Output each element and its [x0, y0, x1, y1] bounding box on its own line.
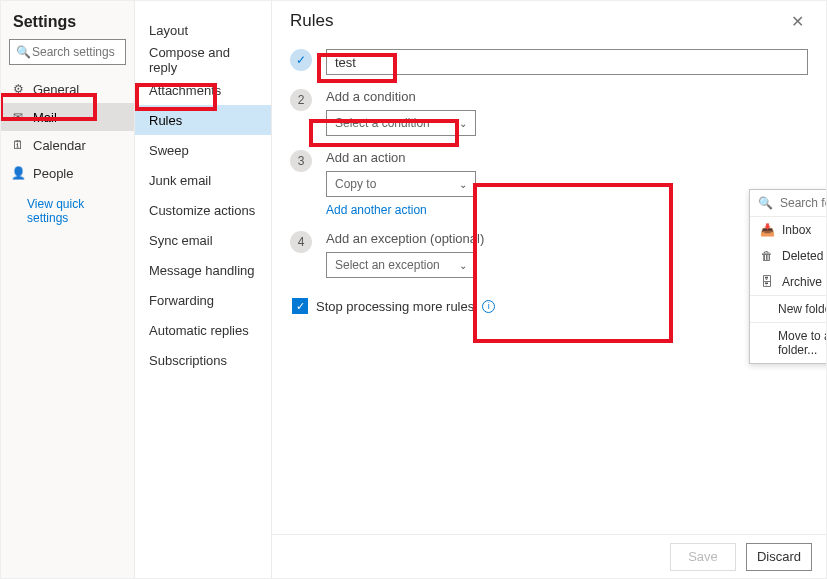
rule-name-input[interactable] [326, 49, 808, 75]
chevron-down-icon: ⌄ [459, 118, 467, 129]
dialog-footer: Save Discard [272, 534, 826, 578]
step-3-label: Add an action [326, 150, 808, 165]
check-icon: ✓ [296, 53, 306, 67]
add-another-action-link[interactable]: Add another action [326, 203, 427, 217]
trash-icon: 🗑 [760, 249, 774, 263]
folder-label: Inbox [782, 223, 811, 237]
info-icon[interactable]: i [482, 300, 495, 313]
folder-item-archive[interactable]: 🗄 Archive [750, 269, 827, 295]
sub-item-sync[interactable]: Sync email [135, 225, 271, 255]
folder-label: New folder [778, 302, 827, 316]
action-select[interactable]: Copy to ⌄ [326, 171, 476, 197]
chevron-down-icon: ⌄ [459, 179, 467, 190]
sub-item-subscriptions[interactable]: Subscriptions [135, 345, 271, 375]
save-button[interactable]: Save [670, 543, 736, 571]
view-quick-settings-link[interactable]: View quick settings [1, 187, 134, 225]
sub-item-rules[interactable]: Rules [135, 105, 271, 135]
archive-icon: 🗄 [760, 275, 774, 289]
nav-label: People [33, 166, 73, 181]
rules-editor: Rules ✕ ✓ 2 Add a condition Select a con… [272, 1, 826, 578]
discard-button[interactable]: Discard [746, 543, 812, 571]
rules-title: Rules [290, 11, 333, 31]
folder-item-new-folder[interactable]: New folder [750, 296, 827, 322]
mail-settings-list: Layout Compose and reply Attachments Rul… [135, 1, 272, 578]
calendar-icon: 🗓 [11, 138, 25, 152]
settings-title: Settings [1, 7, 134, 39]
action-select-value: Copy to [335, 177, 376, 191]
step-2-label: Add a condition [326, 89, 808, 104]
settings-search-input[interactable] [30, 44, 119, 60]
sub-item-layout[interactable]: Layout [135, 15, 271, 45]
nav-item-people[interactable]: 👤 People [1, 159, 134, 187]
folder-label: Archive [782, 275, 822, 289]
folder-item-inbox[interactable]: 📥 Inbox [750, 217, 827, 243]
exception-select-value: Select an exception [335, 258, 440, 272]
nav-label: Mail [33, 110, 57, 125]
inbox-icon: 📥 [760, 223, 774, 237]
nav-item-general[interactable]: ⚙ General [1, 75, 134, 103]
condition-select[interactable]: Select a condition ⌄ [326, 110, 476, 136]
mail-icon: ✉ [11, 110, 25, 124]
stop-processing-label: Stop processing more rules [316, 299, 474, 314]
sub-item-sweep[interactable]: Sweep [135, 135, 271, 165]
step-4-label: Add an exception (optional) [326, 231, 808, 246]
search-icon: 🔍 [16, 45, 30, 59]
step-1-indicator: ✓ [290, 49, 312, 71]
nav-label: General [33, 82, 79, 97]
folder-item-deleted[interactable]: 🗑 Deleted Items [750, 243, 827, 269]
settings-search[interactable]: 🔍 [9, 39, 126, 65]
condition-select-value: Select a condition [335, 116, 430, 130]
folder-label: Deleted Items [782, 249, 827, 263]
folder-item-move-other[interactable]: Move to a different folder... [750, 323, 827, 363]
settings-sidebar: Settings 🔍 ⚙ General ✉ Mail 🗓 Calendar 👤… [1, 1, 135, 578]
sub-item-attachments[interactable]: Attachments [135, 75, 271, 105]
chevron-down-icon: ⌄ [459, 260, 467, 271]
sub-item-message-handling[interactable]: Message handling [135, 255, 271, 285]
step-4-indicator: 4 [290, 231, 312, 253]
close-button[interactable]: ✕ [791, 12, 804, 31]
folder-label: Move to a different folder... [778, 329, 827, 357]
sub-item-junk[interactable]: Junk email [135, 165, 271, 195]
step-3-indicator: 3 [290, 150, 312, 172]
sub-item-forwarding[interactable]: Forwarding [135, 285, 271, 315]
folder-search-input[interactable] [778, 195, 827, 211]
gear-icon: ⚙ [11, 82, 25, 96]
nav-label: Calendar [33, 138, 86, 153]
stop-processing-checkbox[interactable]: ✓ [292, 298, 308, 314]
step-2-indicator: 2 [290, 89, 312, 111]
exception-select[interactable]: Select an exception ⌄ [326, 252, 476, 278]
sub-item-autoreplies[interactable]: Automatic replies [135, 315, 271, 345]
nav-item-mail[interactable]: ✉ Mail [1, 103, 134, 131]
search-icon: 🔍 [758, 196, 772, 210]
folder-search[interactable]: 🔍 [750, 190, 827, 217]
sub-item-compose[interactable]: Compose and reply [135, 45, 271, 75]
folder-picker-popover: 🔍 📥 Inbox 🗑 Deleted Items 🗄 Archive New … [749, 189, 827, 364]
nav-item-calendar[interactable]: 🗓 Calendar [1, 131, 134, 159]
people-icon: 👤 [11, 166, 25, 180]
sub-item-customize[interactable]: Customize actions [135, 195, 271, 225]
